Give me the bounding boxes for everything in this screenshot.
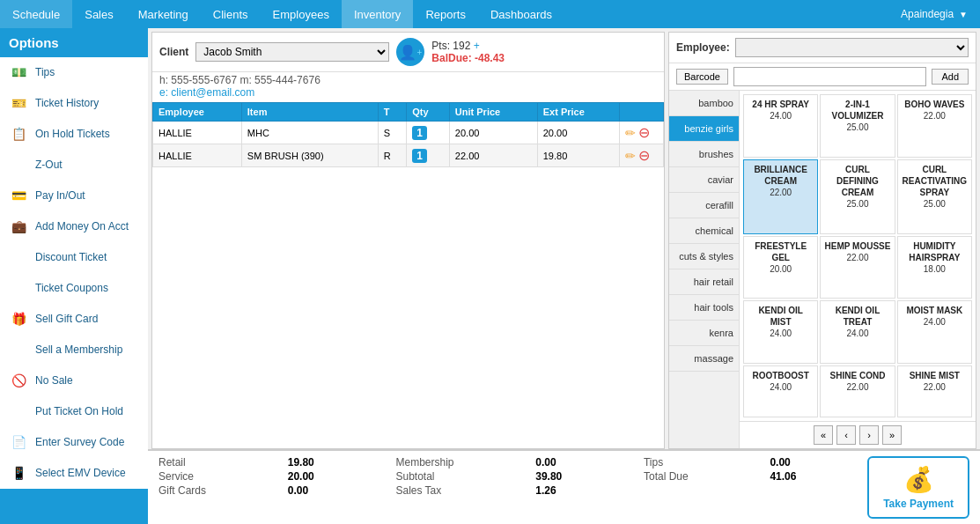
category-hair-tools[interactable]: hair tools [669,295,739,321]
sidebar-item-add-money[interactable]: 💼 Add Money On Acct [0,211,148,242]
product-card-3[interactable]: BRILLIANCE CREAM22.00 [743,159,818,234]
select-emv-icon: 📱 [9,463,28,483]
category-brushes[interactable]: brushes [669,142,739,167]
page-first-btn[interactable]: « [814,425,833,445]
remove-row-button[interactable]: ⊖ [638,124,650,141]
sell-membership-icon: 🛍 [9,340,28,359]
category-list: bamboobenzie girlsbrushescaviarcerafillc… [669,91,740,448]
pts-info: Pts: 192 + BalDue: -48.43 [431,40,505,64]
nav-inventory[interactable]: Inventory [342,0,413,28]
sidebar-item-pay-in-out[interactable]: 💳 Pay In/Out [0,181,148,211]
survey-code-label: Enter Survey Code [35,436,124,448]
cell-item: SM BRUSH (390) [241,144,378,167]
ticket-table: Employee Item T Qty Unit Price Ext Price… [152,102,664,167]
sidebar-item-ticket-coupons[interactable]: 🎟 Ticket Coupons [0,273,148,304]
nav-sales[interactable]: Sales [72,0,126,28]
category-cuts-styles[interactable]: cuts & styles [669,244,739,269]
client-select[interactable]: Jacob Smith [195,42,389,62]
category-chemical[interactable]: chemical [669,218,739,244]
employee-select[interactable] [735,38,969,57]
product-card-9[interactable]: KENDI OIL MIST24.00 [743,300,818,364]
membership-label: Membership [395,456,525,469]
barcode-input[interactable] [733,67,926,86]
nav-marketing[interactable]: Marketing [126,0,201,28]
pay-in-out-label: Pay In/Out [35,189,85,202]
employee-label: Employee: [676,41,730,54]
nav-dashboards[interactable]: Dashboards [478,0,564,28]
cell-ext-price: 19.80 [537,144,619,167]
page-last-btn[interactable]: » [882,425,902,445]
subtotal-label: Subtotal [395,470,525,483]
category-massage[interactable]: massage [669,346,739,372]
sidebar-item-sell-gift-card[interactable]: 🎁 Sell Gift Card [0,304,148,335]
survey-code-icon: 📄 [9,432,28,452]
pts-add-icon[interactable]: + [474,40,480,52]
sidebar-item-z-out[interactable]: ⚖ Z-Out [0,150,148,181]
nav-schedule[interactable]: Schedule [0,0,72,28]
cell-type: R [378,144,407,167]
cell-actions: ✏ ⊖ [620,144,664,167]
on-hold-tickets-icon: 📋 [9,124,28,144]
client-avatar[interactable]: 👤+ [396,38,424,66]
product-card-8[interactable]: HUMIDITY HAIRSPRAY18.00 [897,236,972,299]
tips-label: Tips [644,456,759,469]
category-caviar[interactable]: caviar [669,167,739,193]
barcode-button[interactable]: Barcode [676,69,728,85]
subtotal-value: 39.80 [535,470,633,483]
product-card-10[interactable]: KENDI OIL TREAT24.00 [820,300,895,364]
sidebar-item-ticket-history[interactable]: 🎫 Ticket History [0,88,148,119]
user-menu[interactable]: Apaindegia ▼ [888,0,980,28]
product-card-12[interactable]: ROOTBOOST24.00 [743,365,818,417]
cell-actions: ✏ ⊖ [620,122,664,144]
page-prev-btn[interactable]: ‹ [836,425,856,445]
product-card-7[interactable]: HEMP MOUSSE22.00 [820,236,895,299]
nav-employees[interactable]: Employees [261,0,342,28]
client-phone: h: 555-555-6767 m: 555-444-7676 [159,74,321,86]
sidebar-item-discount-ticket[interactable]: ⚖ Discount Ticket [0,242,148,273]
select-emv-label: Select EMV Device [35,467,126,479]
add-money-icon: 💼 [9,217,28,236]
sidebar-item-on-hold-tickets[interactable]: 📋 On Hold Tickets [0,119,148,150]
no-sale-label: No Sale [35,374,73,387]
sidebar-header: Options [0,28,148,57]
cell-item: MHC [241,122,378,144]
product-card-11[interactable]: MOIST MASK24.00 [897,300,972,364]
catalog-area: bamboobenzie girlsbrushescaviarcerafillc… [669,91,976,448]
product-card-5[interactable]: CURL REACTIVATING SPRAY25.00 [897,159,972,234]
category-benzie-girls[interactable]: benzie girls [669,116,739,142]
product-card-2[interactable]: BOHO WAVES22.00 [897,94,972,158]
sidebar-item-put-on-hold[interactable]: 🖨 Put Ticket On Hold [0,396,148,427]
category-hair-retail[interactable]: hair retail [669,269,739,295]
sidebar-item-no-sale[interactable]: 🚫 No Sale [0,365,148,396]
sidebar-item-tips[interactable]: 💵 Tips [0,57,148,88]
col-actions [620,103,664,122]
product-card-14[interactable]: SHINE MIST22.00 [897,365,972,417]
take-payment-button[interactable]: 💰 Take Payment [867,456,969,519]
nav-clients[interactable]: Clients [201,0,261,28]
category-cerafill[interactable]: cerafill [669,193,739,218]
membership-value: 0.00 [535,456,633,469]
edit-row-button[interactable]: ✏ [625,126,636,140]
product-card-6[interactable]: FREESTYLE GEL20.00 [743,236,818,299]
product-card-1[interactable]: 2-IN-1 VOLUMIZER25.00 [820,94,895,158]
category-kenra[interactable]: kenra [669,321,739,346]
sidebar-item-sell-membership[interactable]: 🛍 Sell a Membership [0,335,148,365]
sidebar-item-select-emv[interactable]: 📱 Select EMV Device [0,458,148,489]
edit-row-button[interactable]: ✏ [625,149,636,163]
page-next-btn[interactable]: › [859,425,879,445]
add-button[interactable]: Add [932,69,969,85]
ticket-table-container: Employee Item T Qty Unit Price Ext Price… [152,102,664,448]
client-email[interactable]: e: client@email.com [159,86,254,99]
put-on-hold-icon: 🖨 [9,402,28,421]
product-card-13[interactable]: SHINE COND22.00 [820,365,895,417]
nav-reports[interactable]: Reports [413,0,478,28]
pay-in-out-icon: 💳 [9,186,28,205]
top-navigation: Schedule Sales Marketing Clients Employe… [0,0,980,28]
sidebar-item-survey-code[interactable]: 📄 Enter Survey Code [0,427,148,458]
product-card-0[interactable]: 24 HR SPRAY24.00 [743,94,818,158]
category-bamboo[interactable]: bamboo [669,91,739,116]
employee-row: Employee: [669,33,976,63]
products-area: 24 HR SPRAY24.002-IN-1 VOLUMIZER25.00BOH… [740,91,976,448]
remove-row-button[interactable]: ⊖ [638,147,650,164]
product-card-4[interactable]: CURL DEFINING CREAM25.00 [820,159,895,234]
